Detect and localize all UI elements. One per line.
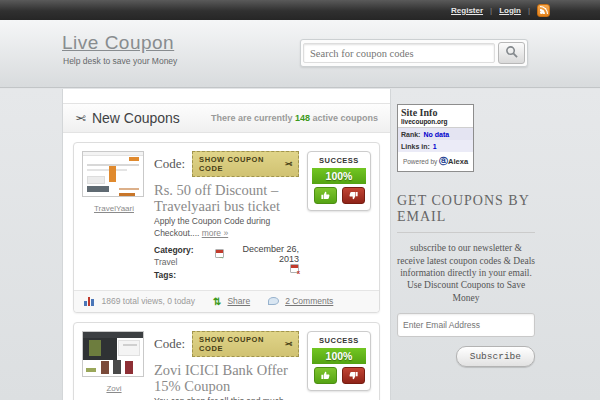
thumbs-up-button[interactable] — [314, 187, 337, 204]
thumbs-down-button[interactable] — [342, 367, 365, 384]
search-input[interactable] — [303, 43, 495, 63]
section-header: ✂ New Coupons There are currently 148 ac… — [63, 103, 390, 133]
count-value: 148 — [295, 113, 310, 123]
content-area: ✂ New Coupons There are currently 148 ac… — [0, 89, 600, 400]
coupon-card: TravelYaari Code: SHOW COUPON CODE ✂ Rs.… — [73, 142, 380, 313]
links-in-value: 1 — [433, 143, 437, 150]
count-prefix: There are currently — [211, 113, 295, 123]
category-label: Category: — [154, 245, 194, 255]
date-block: → December 26, 2013 x — [215, 244, 300, 282]
separator: | — [490, 6, 492, 15]
coupon-thumbnail[interactable] — [82, 331, 144, 377]
store-thumb-block: TravelYaari — [82, 151, 146, 282]
subscribe-button[interactable]: Subscribe — [456, 346, 535, 367]
success-rate-bar: 100% — [312, 168, 366, 184]
rank-label: Rank: — [401, 131, 420, 138]
coupon-thumbnail[interactable] — [82, 151, 144, 197]
site-info-domain: livecoupon.org — [398, 118, 473, 128]
sidebar: Site Info livecoupon.org Rank:No data Li… — [397, 89, 535, 367]
thumbs-up-button[interactable] — [314, 367, 337, 384]
share-link[interactable]: Share — [227, 296, 250, 306]
success-rate-bar: 100% — [312, 348, 366, 364]
email-widget-text: subscribe to our newsletter & receive la… — [397, 242, 535, 304]
section-title: ✂ New Coupons — [75, 110, 180, 126]
rss-icon[interactable] — [537, 4, 550, 17]
views-chart-icon — [84, 297, 94, 306]
tags-label: Tags: — [154, 270, 176, 280]
site-title-link[interactable]: Live Coupon — [62, 32, 174, 54]
site-info-links-row: Links in:1 — [398, 140, 473, 152]
search-button[interactable] — [498, 42, 525, 64]
show-coupon-code-button[interactable]: SHOW COUPON CODE ✂ — [192, 151, 299, 177]
email-subscribe-widget: GET COUPONS BY EMAIL subscribe to our ne… — [397, 193, 535, 337]
code-label: Code: — [154, 156, 185, 172]
show-coupon-code-button[interactable]: SHOW COUPON CODE ✂ — [192, 331, 299, 357]
coupon-title[interactable]: Rs. 50 off Discount – Travelyaari bus ti… — [154, 182, 299, 214]
store-link[interactable]: TravelYaari — [94, 204, 134, 213]
category-tags-block: Category: Travel Tags: — [154, 244, 215, 282]
links-in-label: Links in: — [401, 143, 430, 150]
count-suffix: active coupons — [310, 113, 378, 123]
code-label: Code: — [154, 336, 185, 352]
success-label: SUCCESS — [312, 336, 366, 345]
coupon-date: December 26, 2013 — [227, 244, 300, 264]
card-footer: 1869 total views, 0 today ⇅ Share 2 Comm… — [74, 290, 379, 312]
store-link[interactable]: Zovi — [106, 384, 121, 393]
alexa-brand-label: Alexa — [448, 157, 468, 166]
comments-icon — [268, 297, 279, 305]
calendar-expire-icon: x — [290, 264, 299, 273]
main-column: ✂ New Coupons There are currently 148 ac… — [62, 89, 391, 400]
email-input[interactable] — [397, 313, 535, 337]
email-widget-title: GET COUPONS BY EMAIL — [397, 193, 535, 233]
coupon-description: Apply the Coupon Code during Checkout...… — [154, 216, 299, 238]
success-label: SUCCESS — [312, 156, 366, 165]
alexa-site-info-widget: Site Info livecoupon.org Rank:No data Li… — [397, 104, 474, 172]
site-header: Live Coupon Help desk to save your Money — [0, 20, 600, 88]
show-code-label: SHOW COUPON CODE — [199, 155, 276, 173]
search-box — [300, 39, 528, 67]
scissors-icon: ✂ — [75, 111, 86, 126]
coupon-description: You can shop for all this and much more.… — [154, 396, 299, 400]
site-info-title: Site Info — [398, 105, 473, 118]
store-thumb-block: Zovi — [82, 331, 146, 400]
coupon-title[interactable]: Zovi ICICI Bank Offer 15% Coupon — [154, 362, 299, 394]
powered-by-label: Powered by — [403, 158, 439, 165]
search-icon — [505, 45, 518, 61]
more-link[interactable]: more » — [202, 228, 228, 238]
site-info-rank-row: Rank:No data — [398, 128, 473, 140]
description-text: You can shop for all this and much more.… — [154, 396, 297, 400]
powered-by-alexa[interactable]: Powered by ⓐAlexa — [398, 152, 473, 171]
show-code-label: SHOW COUPON CODE — [199, 335, 276, 353]
comments-link[interactable]: 2 Comments — [285, 296, 333, 306]
alexa-logo-icon: ⓐ — [439, 156, 448, 166]
login-link[interactable]: Login — [499, 6, 521, 15]
calendar-add-icon: → — [215, 249, 224, 258]
success-widget: SUCCESS 100% — [307, 151, 371, 211]
category-value: Travel — [154, 257, 177, 267]
success-widget: SUCCESS 100% — [307, 331, 371, 391]
share-icon: ⇅ — [213, 296, 221, 307]
scissors-icon: ✂ — [284, 159, 292, 169]
separator: | — [528, 6, 530, 15]
rank-value: No data — [423, 131, 449, 138]
scissors-icon: ✂ — [284, 339, 292, 349]
register-link[interactable]: Register — [451, 6, 483, 15]
section-title-label: New Coupons — [92, 110, 180, 126]
top-bar: Register | Login | — [0, 0, 600, 20]
views-count: 1869 total views, 0 today — [102, 296, 196, 306]
coupon-card: Zovi Code: SHOW COUPON CODE ✂ Zovi ICICI… — [73, 322, 380, 400]
active-coupons-count: There are currently 148 active coupons — [211, 113, 378, 123]
thumbs-down-button[interactable] — [342, 187, 365, 204]
site-tagline: Help desk to save your Money — [63, 56, 177, 66]
